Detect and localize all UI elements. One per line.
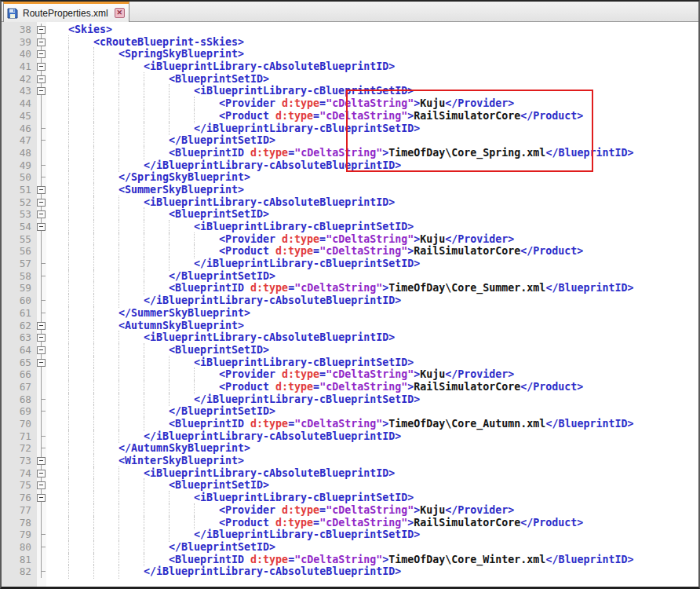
indent-guide (93, 565, 94, 579)
code-line[interactable]: 64<BlueprintSetID> (2, 344, 698, 357)
fold-collapse-icon[interactable] (37, 85, 46, 97)
code-line[interactable]: 62<AutumnSkyBlueprint> (2, 320, 698, 332)
code-line[interactable]: 60</iBlueprintLibrary-cAbsoluteBlueprint… (2, 294, 698, 307)
fold-collapse-icon[interactable] (37, 344, 46, 357)
code-line[interactable]: 51<SummerSkyBlueprint> (2, 184, 698, 196)
line-number: 65 (2, 357, 37, 369)
indent-guide (144, 553, 144, 567)
xml-tag: <BlueprintSetID> (169, 344, 269, 356)
xml-tag: <Provider (219, 233, 282, 245)
code-line[interactable]: 45<Product d:type="cDeltaString">RailSim… (2, 110, 698, 123)
code-line[interactable]: 40<SpringSkyBlueprint> (2, 48, 698, 60)
xml-tag: </Product> (520, 517, 583, 529)
code-line[interactable]: 55<Provider d:type="cDeltaString">Kuju</… (2, 233, 698, 246)
code-line[interactable]: 73<WinterSkyBlueprint> (2, 455, 698, 467)
code-line[interactable]: 61</SummerSkyBlueprint> (2, 307, 698, 320)
notepad-window: RouteProperties.xml ✕ 38<Skies>39<cRoute… (0, 0, 700, 589)
fold-margin (37, 123, 46, 135)
code-line[interactable]: 77<Provider d:type="cDeltaString">Kuju</… (2, 504, 698, 517)
fold-collapse-icon[interactable] (37, 208, 46, 221)
xml-tag: </AutumnSkyBlueprint> (118, 442, 250, 454)
code-line[interactable]: 74<iBlueprintLibrary-cAbsoluteBlueprintI… (2, 467, 698, 480)
code-line[interactable]: 72</AutumnSkyBlueprint> (2, 442, 698, 455)
code-text: <SpringSkyBlueprint> (46, 48, 698, 60)
xml-tag: <iBlueprintLibrary-cBlueprintSetID> (194, 492, 414, 503)
xml-tag: <BlueprintID (169, 418, 250, 430)
code-line[interactable]: 70<BlueprintID d:type="cDeltaString">Tim… (2, 418, 698, 430)
xml-text: RailSimulatorCore (414, 110, 520, 122)
code-line[interactable]: 38<Skies> (2, 24, 698, 36)
code-line[interactable]: 48<BlueprintID d:type="cDeltaString">Tim… (2, 147, 698, 159)
code-line[interactable]: 41<iBlueprintLibrary-cAbsoluteBlueprintI… (2, 60, 698, 73)
fold-collapse-icon[interactable] (37, 357, 46, 369)
line-number: 80 (2, 541, 37, 554)
code-line[interactable]: 65<iBlueprintLibrary-cBlueprintSetID> (2, 357, 698, 369)
code-line[interactable]: 46</iBlueprintLibrary-cBlueprintSetID> (2, 123, 698, 135)
fold-collapse-icon[interactable] (37, 455, 46, 467)
line-number: 73 (2, 455, 37, 467)
code-line[interactable]: 50</SpringSkyBlueprint> (2, 171, 698, 184)
fold-collapse-icon[interactable] (37, 221, 46, 233)
code-line[interactable]: 58</BlueprintSetID> (2, 270, 698, 283)
code-line[interactable]: 59<BlueprintID d:type="cDeltaString">Tim… (2, 282, 698, 294)
xml-attribute: d:type (250, 147, 288, 159)
code-text: </BlueprintSetID> (46, 270, 698, 283)
xml-tag: <Provider (219, 504, 282, 516)
xml-text: RailSimulatorCore (414, 381, 520, 393)
fold-collapse-icon[interactable] (37, 492, 46, 504)
fold-collapse-icon[interactable] (37, 331, 46, 344)
fold-collapse-icon[interactable] (37, 467, 46, 480)
fold-collapse-icon[interactable] (37, 60, 46, 73)
xml-tag: </BlueprintID> (545, 282, 633, 294)
code-line[interactable]: 39<cRouteBlueprint-sSkies> (2, 36, 698, 49)
code-line[interactable]: 79</iBlueprintLibrary-cBlueprintSetID> (2, 529, 698, 541)
code-line[interactable]: 54<iBlueprintLibrary-cBlueprintSetID> (2, 221, 698, 233)
code-line[interactable]: 47</BlueprintSetID> (2, 134, 698, 147)
fold-collapse-icon[interactable] (37, 48, 46, 60)
fold-collapse-icon[interactable] (37, 479, 46, 492)
fold-margin (37, 517, 46, 529)
code-line[interactable]: 68</iBlueprintLibrary-cBlueprintSetID> (2, 393, 698, 406)
code-text: <BlueprintSetID> (46, 208, 698, 221)
code-line[interactable]: 76<iBlueprintLibrary-cBlueprintSetID> (2, 492, 698, 504)
code-line[interactable]: 56<Product d:type="cDeltaString">RailSim… (2, 245, 698, 258)
fold-collapse-icon[interactable] (37, 73, 46, 86)
xml-tag: = (313, 110, 319, 122)
code-line[interactable]: 71</iBlueprintLibrary-cAbsoluteBlueprint… (2, 430, 698, 443)
code-line[interactable]: 53<BlueprintSetID> (2, 208, 698, 221)
code-line[interactable]: 75<BlueprintSetID> (2, 479, 698, 492)
tab-routeproperties[interactable]: RouteProperties.xml ✕ (3, 2, 129, 22)
code-line[interactable]: 82</iBlueprintLibrary-cAbsoluteBlueprint… (2, 565, 698, 578)
code-line[interactable]: 80</BlueprintSetID> (2, 541, 698, 554)
xml-tag: <iBlueprintLibrary-cBlueprintSetID> (194, 221, 414, 232)
tab-close-icon[interactable]: ✕ (115, 8, 125, 18)
code-line[interactable]: 42<BlueprintSetID> (2, 73, 698, 86)
code-text: <Skies> (46, 24, 698, 36)
code-line[interactable]: 57</iBlueprintLibrary-cBlueprintSetID> (2, 258, 698, 270)
fold-margin (37, 381, 46, 393)
xml-tag: = (313, 381, 319, 393)
code-line[interactable]: 69</BlueprintSetID> (2, 405, 698, 418)
editor[interactable]: 38<Skies>39<cRouteBlueprint-sSkies>40<Sp… (2, 22, 698, 587)
code-text: </iBlueprintLibrary-cBlueprintSetID> (46, 393, 698, 406)
code-line[interactable]: 52<iBlueprintLibrary-cAbsoluteBlueprintI… (2, 196, 698, 209)
code-line[interactable]: 49</iBlueprintLibrary-cAbsoluteBlueprint… (2, 159, 698, 172)
indent-guide (169, 257, 170, 271)
indent-guide (118, 565, 119, 579)
xml-string: "cDeltaString" (294, 282, 382, 294)
code-text: </BlueprintSetID> (46, 134, 698, 147)
code-line[interactable]: 44<Provider d:type="cDeltaString">Kuju</… (2, 97, 698, 110)
code-text: <Product d:type="cDeltaString">RailSimul… (46, 517, 698, 529)
fold-collapse-icon[interactable] (37, 196, 46, 209)
fold-collapse-icon[interactable] (37, 320, 46, 332)
code-line[interactable]: 63<iBlueprintLibrary-cAbsoluteBlueprintI… (2, 331, 698, 344)
code-line[interactable]: 67<Product d:type="cDeltaString">RailSim… (2, 381, 698, 393)
code-line[interactable]: 78<Product d:type="cDeltaString">RailSim… (2, 517, 698, 529)
fold-collapse-icon[interactable] (37, 36, 46, 49)
fold-collapse-icon[interactable] (37, 24, 46, 36)
xml-string: "cDeltaString" (319, 110, 407, 122)
fold-collapse-icon[interactable] (37, 184, 46, 196)
code-line[interactable]: 43<iBlueprintLibrary-cBlueprintSetID> (2, 85, 698, 97)
code-line[interactable]: 66<Provider d:type="cDeltaString">Kuju</… (2, 368, 698, 381)
code-line[interactable]: 81<BlueprintID d:type="cDeltaString">Tim… (2, 554, 698, 566)
